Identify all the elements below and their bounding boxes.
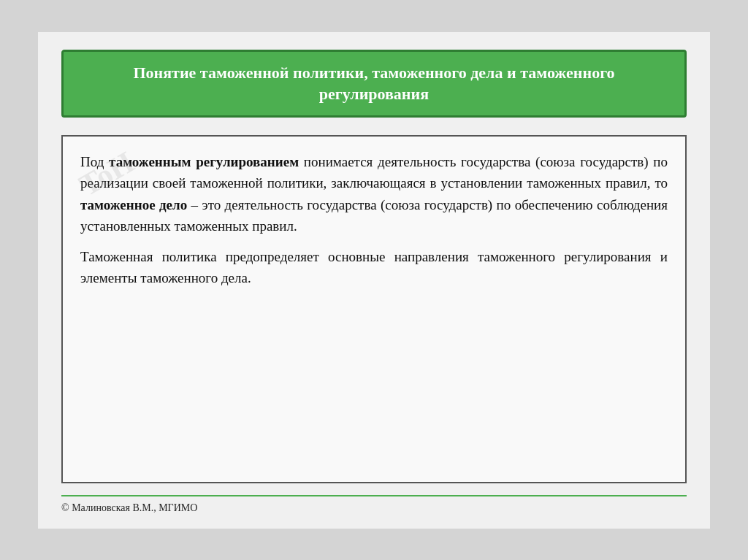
bold-term-1: таможенным регулированием — [109, 154, 299, 169]
footer-text: © Малиновская В.М., МГИМО — [61, 502, 197, 514]
content-paragraph-2: Таможенная политика предопределяет основ… — [80, 246, 668, 289]
content-box: Под таможенным регулированием понимается… — [61, 135, 687, 483]
slide: ToH Понятие таможенной политики, таможен… — [38, 32, 710, 529]
content-paragraph-1: Под таможенным регулированием понимается… — [80, 151, 668, 237]
text-before-bold1: Под — [80, 154, 109, 169]
slide-title: Понятие таможенной политики, таможенного… — [81, 62, 667, 105]
title-box: Понятие таможенной политики, таможенного… — [61, 50, 687, 118]
footer: © Малиновская В.М., МГИМО — [61, 495, 687, 514]
bold-term-2: таможенное дело — [80, 197, 187, 212]
